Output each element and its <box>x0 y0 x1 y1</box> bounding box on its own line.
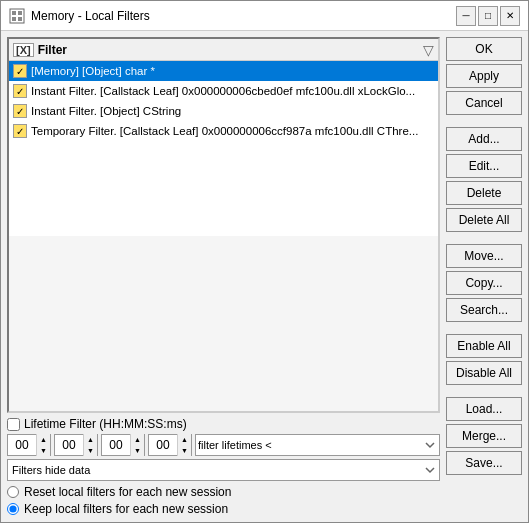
left-panel: [X] Filter ▽ ✓[Memory] [Object] char *✓I… <box>7 37 440 516</box>
radio-keep[interactable] <box>7 503 19 515</box>
svg-rect-2 <box>18 11 22 15</box>
lifetime-checkbox[interactable] <box>7 418 20 431</box>
filter-table: [X] Filter ▽ ✓[Memory] [Object] char *✓I… <box>7 37 440 413</box>
ok-button[interactable]: OK <box>446 37 522 61</box>
lifetime-checkbox-row: Lifetime Filter (HH:MM:SS:ms) <box>7 417 440 431</box>
load-button[interactable]: Load... <box>446 397 522 421</box>
time-spinner-mm: ▲ ▼ <box>54 434 98 456</box>
time-up-mm[interactable]: ▲ <box>84 434 97 445</box>
add-button[interactable]: Add... <box>446 127 522 151</box>
time-up-ms[interactable]: ▲ <box>178 434 191 445</box>
time-row: ▲ ▼ ▲ ▼ ▲ <box>7 434 440 456</box>
filter-row-text: Instant Filter. [Object] CString <box>31 105 181 117</box>
time-up-hh[interactable]: ▲ <box>37 434 50 445</box>
filter-checkbox[interactable]: ✓ <box>13 104 27 118</box>
time-input-ss[interactable] <box>102 437 130 453</box>
move-button[interactable]: Move... <box>446 244 522 268</box>
lifetime-section: Lifetime Filter (HH:MM:SS:ms) ▲ ▼ <box>7 417 440 481</box>
funnel-icon: ▽ <box>423 42 434 58</box>
filter-hide-wrapper: Filters hide data <box>7 459 440 481</box>
time-input-ms[interactable] <box>149 437 177 453</box>
time-input-mm[interactable] <box>55 437 83 453</box>
time-down-hh[interactable]: ▼ <box>37 445 50 456</box>
filter-row[interactable]: ✓Instant Filter. [Object] CString <box>9 101 438 121</box>
window-title: Memory - Local Filters <box>31 9 456 23</box>
svg-rect-4 <box>18 17 22 21</box>
filter-empty-area <box>9 236 438 411</box>
svg-rect-3 <box>12 17 16 21</box>
titlebar: Memory - Local Filters ─ □ ✕ <box>1 1 528 31</box>
radio-reset-label: Reset local filters for each new session <box>24 485 231 499</box>
titlebar-controls: ─ □ ✕ <box>456 6 520 26</box>
right-panel: OK Apply Cancel Add... Edit... Delete De… <box>446 37 522 516</box>
time-down-ms[interactable]: ▼ <box>178 445 191 456</box>
filter-row[interactable]: ✓Temporary Filter. [Callstack Leaf] 0x00… <box>9 121 438 141</box>
svg-rect-1 <box>12 11 16 15</box>
filter-table-header: [X] Filter ▽ <box>9 39 438 61</box>
radio-section: Reset local filters for each new session… <box>7 485 440 516</box>
filter-list: ✓[Memory] [Object] char *✓Instant Filter… <box>9 61 438 236</box>
time-spinner-hh: ▲ ▼ <box>7 434 51 456</box>
radio-reset[interactable] <box>7 486 19 498</box>
save-button[interactable]: Save... <box>446 451 522 475</box>
minimize-button[interactable]: ─ <box>456 6 476 26</box>
filter-checkbox[interactable]: ✓ <box>13 84 27 98</box>
enable-all-button[interactable]: Enable All <box>446 334 522 358</box>
filter-hide-select[interactable]: Filters hide data <box>7 459 440 481</box>
radio-keep-label: Keep local filters for each new session <box>24 502 228 516</box>
time-up-ss[interactable]: ▲ <box>131 434 144 445</box>
edit-button[interactable]: Edit... <box>446 154 522 178</box>
maximize-button[interactable]: □ <box>478 6 498 26</box>
search-button[interactable]: Search... <box>446 298 522 322</box>
filter-row-text: Temporary Filter. [Callstack Leaf] 0x000… <box>31 125 418 137</box>
header-checkbox-label: [X] <box>13 43 34 57</box>
apply-button[interactable]: Apply <box>446 64 522 88</box>
time-spinner-ms: ▲ ▼ <box>148 434 192 456</box>
radio-row-reset: Reset local filters for each new session <box>7 485 440 499</box>
filter-lifetimes-select[interactable]: filter lifetimes < <box>195 434 440 456</box>
window: Memory - Local Filters ─ □ ✕ [X] Filter … <box>0 0 529 523</box>
close-button[interactable]: ✕ <box>500 6 520 26</box>
filter-row-text: Instant Filter. [Callstack Leaf] 0x00000… <box>31 85 415 97</box>
filter-row[interactable]: ✓Instant Filter. [Callstack Leaf] 0x0000… <box>9 81 438 101</box>
delete-all-button[interactable]: Delete All <box>446 208 522 232</box>
filter-checkbox[interactable]: ✓ <box>13 64 27 78</box>
app-icon <box>9 8 25 24</box>
main-content: [X] Filter ▽ ✓[Memory] [Object] char *✓I… <box>1 31 528 522</box>
lifetime-label: Lifetime Filter (HH:MM:SS:ms) <box>24 417 187 431</box>
disable-all-button[interactable]: Disable All <box>446 361 522 385</box>
filter-row[interactable]: ✓[Memory] [Object] char * <box>9 61 438 81</box>
header-filter-label: Filter <box>38 43 423 57</box>
time-input-hh[interactable] <box>8 437 36 453</box>
filter-checkbox[interactable]: ✓ <box>13 124 27 138</box>
copy-button[interactable]: Copy... <box>446 271 522 295</box>
delete-button[interactable]: Delete <box>446 181 522 205</box>
cancel-button[interactable]: Cancel <box>446 91 522 115</box>
filter-row-text: [Memory] [Object] char * <box>31 65 155 77</box>
time-down-ss[interactable]: ▼ <box>131 445 144 456</box>
time-down-mm[interactable]: ▼ <box>84 445 97 456</box>
radio-row-keep: Keep local filters for each new session <box>7 502 440 516</box>
time-spinner-ss: ▲ ▼ <box>101 434 145 456</box>
merge-button[interactable]: Merge... <box>446 424 522 448</box>
